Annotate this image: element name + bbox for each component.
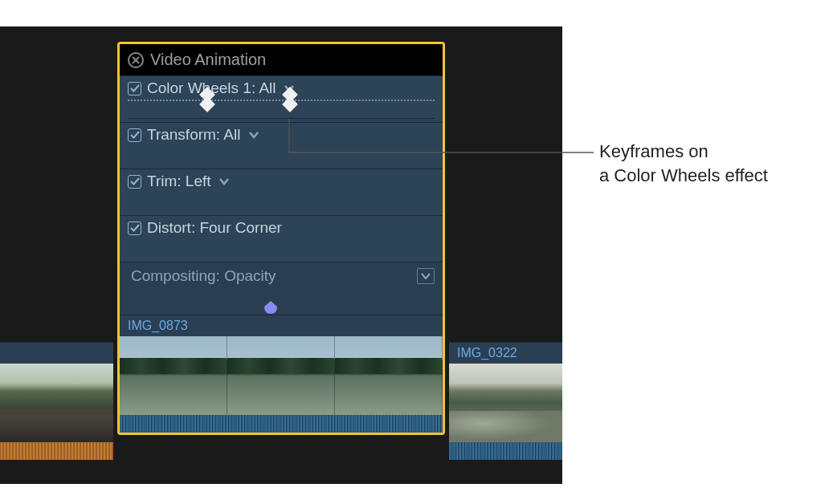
video-animation-panel: Video Animation Color Wheels 1: All [117,42,445,435]
close-icon[interactable] [128,52,144,68]
keyframe-marker[interactable] [284,91,296,111]
callout-line [287,116,596,155]
annotation-line-2: a Color Wheels effect [599,164,768,188]
audio-waveform-left[interactable] [0,442,113,460]
chevron-down-icon[interactable] [248,131,259,139]
opacity-fade-handle[interactable] [263,299,279,315]
chevron-down-icon[interactable] [218,177,230,185]
keyframe-marker[interactable] [202,91,213,111]
panel-header: Video Animation [120,44,443,75]
effect-checkbox[interactable] [128,128,141,142]
audio-waveform[interactable] [120,415,443,433]
panel-title: Video Animation [150,51,266,69]
effect-checkbox[interactable] [128,222,141,235]
annotation-line-1: Keyframes on [599,140,768,164]
clip-thumbnails-right [449,364,562,442]
effect-checkbox[interactable] [128,175,141,189]
audio-waveform-right[interactable] [449,442,562,460]
expand-collapse-icon[interactable] [417,268,435,284]
effect-checkbox[interactable] [128,82,141,96]
effect-row-color-wheels[interactable]: Color Wheels 1: All [120,75,443,122]
annotation-text: Keyframes on a Color Wheels effect [599,140,768,187]
effect-row-trim[interactable]: Trim: Left [120,169,443,215]
clip-name-left [0,342,113,364]
effect-label: Trim: Left [147,173,211,190]
effect-label: Transform: All [147,126,241,144]
effect-row-distort[interactable]: Distort: Four Corner [120,215,443,262]
effect-label: Distort: Four Corner [147,219,282,237]
timeline-clip-left[interactable] [0,342,113,461]
timeline-clip-right[interactable]: IMG_0322 [449,342,562,461]
clip-name: IMG_0873 [120,315,443,336]
compositing-label: Compositing: Opacity [128,267,276,285]
compositing-row[interactable]: Compositing: Opacity [120,262,443,315]
clip-name-right: IMG_0322 [449,342,562,364]
clip-thumbnails-left [0,364,113,442]
clip-thumbnails [120,336,443,415]
